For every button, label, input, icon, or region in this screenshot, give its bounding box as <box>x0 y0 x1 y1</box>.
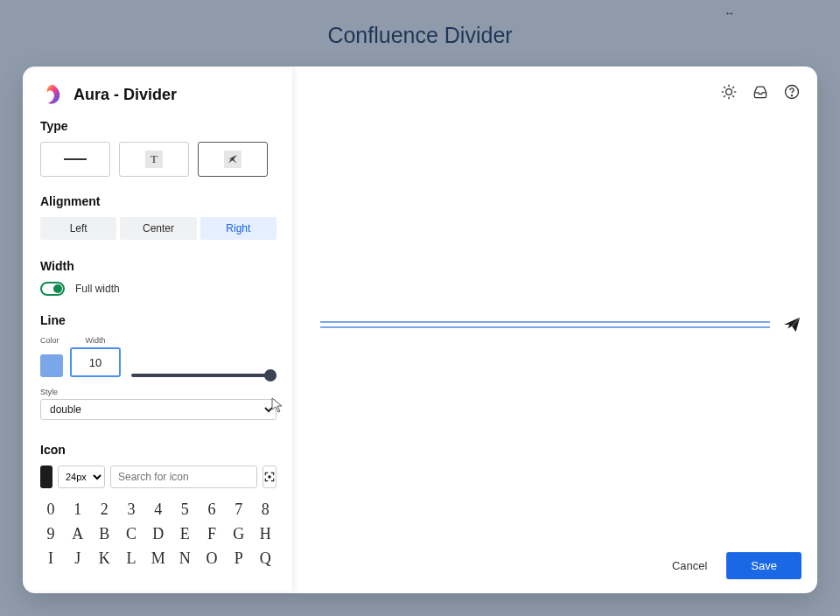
paper-plane-icon <box>782 315 802 334</box>
svg-point-11 <box>269 476 270 478</box>
svg-point-10 <box>792 95 793 96</box>
icon-glyph[interactable]: I <box>40 548 61 569</box>
icon-size-select[interactable]: 24px <box>58 466 105 488</box>
line-color-label: Color <box>40 336 60 345</box>
icon-glyph[interactable]: J <box>67 548 88 569</box>
svg-line-6 <box>732 95 734 97</box>
icon-glyph[interactable]: O <box>201 548 222 569</box>
line-color-swatch[interactable] <box>40 354 63 377</box>
icon-glyph[interactable]: L <box>121 548 142 569</box>
help-icon[interactable] <box>782 82 802 102</box>
icon-picker-expand-button[interactable] <box>262 466 276 488</box>
icon-glyph[interactable]: P <box>228 548 249 569</box>
alignment-options: Left Center Right <box>40 217 276 240</box>
svg-line-8 <box>732 87 734 88</box>
width-section-label: Width <box>40 259 276 273</box>
type-option-line[interactable] <box>40 142 110 177</box>
align-right-button[interactable]: Right <box>200 217 276 240</box>
brightness-icon[interactable] <box>719 82 738 102</box>
icon-glyph[interactable]: 6 <box>201 499 222 520</box>
svg-line-7 <box>724 95 725 97</box>
icon-glyph[interactable]: H <box>255 523 276 544</box>
divider-preview <box>320 312 802 338</box>
type-section-label: Type <box>40 119 276 133</box>
line-section-label: Line <box>40 313 276 327</box>
icon-glyph[interactable]: 0 <box>40 499 61 520</box>
header-actions <box>719 82 802 102</box>
icon-search-input[interactable] <box>110 466 257 488</box>
icon-glyph[interactable]: K <box>94 548 115 569</box>
full-width-label: Full width <box>75 283 120 295</box>
cancel-button[interactable]: Cancel <box>665 554 714 578</box>
panel-title: Aura - Divider <box>74 86 177 104</box>
icon-glyph[interactable]: B <box>94 523 115 544</box>
svg-line-5 <box>724 87 725 88</box>
icon-glyph[interactable]: 2 <box>94 499 115 520</box>
full-width-toggle[interactable] <box>40 282 65 296</box>
icon-glyph[interactable]: F <box>201 523 222 544</box>
icon-glyph[interactable]: 1 <box>67 499 88 520</box>
resize-handle-icon[interactable]: ↔ <box>724 7 735 19</box>
icon-glyph[interactable]: 3 <box>121 499 142 520</box>
type-options: T <box>40 142 276 177</box>
preview-line <box>320 321 770 328</box>
icon-grid: 0123456789ABCDEFGHIJKLMNOPQ <box>40 499 276 569</box>
svg-point-0 <box>726 89 732 95</box>
icon-glyph[interactable]: A <box>67 523 88 544</box>
icon-glyph[interactable]: N <box>174 548 195 569</box>
icon-glyph[interactable]: C <box>121 523 142 544</box>
type-option-text[interactable]: T <box>119 142 189 177</box>
icon-glyph[interactable]: M <box>148 548 169 569</box>
icon-glyph[interactable]: G <box>228 523 249 544</box>
line-width-input[interactable] <box>70 347 121 377</box>
type-option-icon[interactable] <box>198 142 268 177</box>
alignment-section-label: Alignment <box>40 194 276 208</box>
icon-section-label: Icon <box>40 443 276 457</box>
icon-glyph[interactable]: 7 <box>228 499 249 520</box>
save-button[interactable]: Save <box>726 552 802 579</box>
editor-modal: Aura - Divider Type T Alignment Left Cen… <box>23 66 817 593</box>
icon-glyph[interactable]: 9 <box>40 523 61 544</box>
icon-glyph[interactable]: E <box>174 523 195 544</box>
line-style-label: Style <box>40 388 276 396</box>
icon-glyph[interactable]: 5 <box>174 499 195 520</box>
line-width-slider[interactable] <box>131 374 276 377</box>
align-center-button[interactable]: Center <box>120 217 196 240</box>
icon-glyph[interactable]: Q <box>255 548 276 569</box>
icon-glyph[interactable]: 4 <box>148 499 169 520</box>
inbox-icon[interactable] <box>751 82 770 102</box>
modal-footer: Cancel Save <box>665 552 802 579</box>
icon-glyph[interactable]: 8 <box>255 499 276 520</box>
aura-logo-icon <box>40 82 65 107</box>
align-left-button[interactable]: Left <box>40 217 116 240</box>
page-title: Confluence Divider <box>0 23 840 48</box>
config-sidebar: Aura - Divider Type T Alignment Left Cen… <box>24 68 292 592</box>
line-style-select[interactable]: double <box>40 399 276 420</box>
line-width-label: Width <box>86 336 106 345</box>
icon-color-swatch[interactable] <box>40 466 52 488</box>
icon-glyph[interactable]: D <box>148 523 169 544</box>
